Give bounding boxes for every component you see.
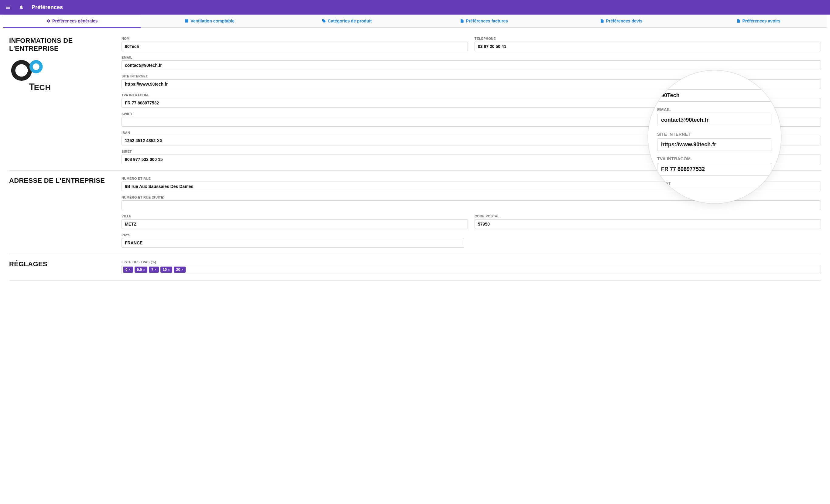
tab-ventilation[interactable]: Ventilation comptable xyxy=(141,14,278,27)
zoom-swift-label: SWIFT xyxy=(657,181,772,186)
tel-field[interactable] xyxy=(475,42,821,51)
tab-label: Préférences avoirs xyxy=(742,19,780,23)
zoom-nom-field[interactable] xyxy=(657,89,772,102)
tab-label: Catégories de produit xyxy=(328,19,372,23)
pays-label: PAYS xyxy=(122,233,464,237)
zoom-magnifier: NOM EMAIL SITE INTERNET TVA INTRACOM. SW… xyxy=(648,70,781,204)
nom-field[interactable] xyxy=(122,42,468,51)
tva-chip[interactable]: 5.5× xyxy=(135,267,148,273)
zoom-tva-field[interactable] xyxy=(657,163,772,175)
zoom-email-label: EMAIL xyxy=(657,107,772,112)
app-bar: Préférences xyxy=(0,0,830,14)
cp-field[interactable] xyxy=(475,219,821,229)
tab-categories[interactable]: Catégories de produit xyxy=(278,14,415,27)
section-title-address: ADRESSE DE L'ENTREPRISE xyxy=(9,177,113,248)
tab-factures[interactable]: Préférences factures xyxy=(415,14,553,27)
tab-general[interactable]: Préférences générales xyxy=(3,14,141,28)
svg-point-1 xyxy=(33,63,39,70)
nom-label: NOM xyxy=(122,37,468,40)
tva-chip[interactable]: 20× xyxy=(174,267,186,273)
email-field[interactable] xyxy=(122,60,821,70)
zoom-site-label: SITE INTERNET xyxy=(657,132,772,137)
tab-label: Ventilation comptable xyxy=(190,19,234,23)
bell-icon[interactable] xyxy=(16,2,27,13)
close-icon[interactable]: × xyxy=(181,268,183,271)
zoom-nom-label: NOM xyxy=(657,82,772,88)
close-icon[interactable]: × xyxy=(143,268,145,271)
tvas-label: LISTE DES TVAS (%) xyxy=(122,260,821,264)
page-title: Préférences xyxy=(32,4,63,11)
section-title-settings: RÉGLAGES xyxy=(9,260,113,274)
file-icon xyxy=(736,19,741,23)
zoom-email-field[interactable] xyxy=(657,114,772,126)
tab-devis[interactable]: Préférences devis xyxy=(553,14,690,27)
email-label: EMAIL xyxy=(122,56,821,59)
tvas-chips[interactable]: 0×5.5×7×10×20× xyxy=(122,265,821,274)
file-icon xyxy=(600,19,604,23)
gear-icon xyxy=(46,19,51,23)
tabs: Préférences générales Ventilation compta… xyxy=(3,14,827,28)
tva-chip[interactable]: 10× xyxy=(160,267,172,273)
tab-avoirs[interactable]: Préférences avoirs xyxy=(690,14,827,27)
company-logo: T ECH xyxy=(9,58,113,95)
tva-chip[interactable]: 7× xyxy=(149,267,159,273)
ville-field[interactable] xyxy=(122,219,468,229)
clipboard-icon xyxy=(184,19,189,23)
menu-icon[interactable] xyxy=(2,2,13,13)
section-settings: RÉGLAGES LISTE DES TVAS (%) 0×5.5×7×10×2… xyxy=(9,254,821,280)
tva-chip[interactable]: 0× xyxy=(123,267,133,273)
file-icon xyxy=(460,19,464,23)
tag-icon xyxy=(322,19,326,23)
tel-label: TÉLÉPHONE xyxy=(475,37,821,40)
section-title-company: INFORMATIONS DE L'ENTREPRISE xyxy=(9,37,113,53)
zoom-tva-label: TVA INTRACOM. xyxy=(657,156,772,161)
pays-field[interactable] xyxy=(122,238,464,248)
zoom-site-field[interactable] xyxy=(657,138,772,151)
tab-label: Préférences devis xyxy=(606,19,643,23)
ville-label: VILLE xyxy=(122,214,468,218)
cp-label: CODE POSTAL xyxy=(475,214,821,218)
svg-text:ECH: ECH xyxy=(34,83,51,92)
close-icon[interactable]: × xyxy=(168,268,170,271)
close-icon[interactable]: × xyxy=(155,268,156,271)
close-icon[interactable]: × xyxy=(129,268,131,271)
tab-label: Préférences générales xyxy=(52,19,98,23)
tab-label: Préférences factures xyxy=(466,19,508,23)
